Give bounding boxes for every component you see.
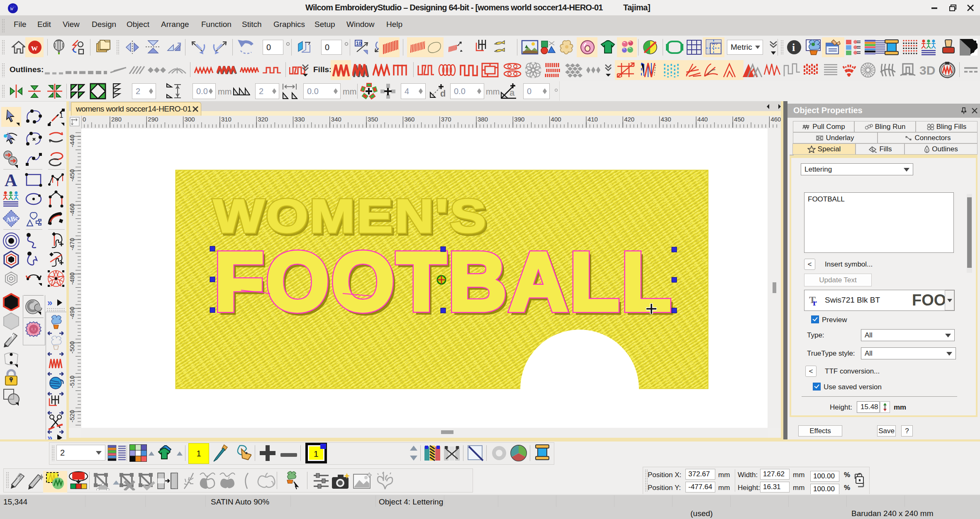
svg-text:1: 1 (59, 112, 63, 119)
svg-text:i: i (792, 41, 795, 53)
svg-text:320: 320 (258, 116, 268, 123)
svg-text:r: r (813, 297, 817, 306)
svg-text:380: 380 (478, 116, 488, 123)
svg-text:330: 330 (295, 116, 305, 123)
svg-text:3D: 3D (919, 63, 935, 77)
svg-text:A: A (5, 171, 17, 189)
svg-text:WOMEN'S: WOMEN'S (213, 189, 488, 242)
svg-text:410: 410 (588, 116, 598, 123)
svg-text:-520: -520 (69, 410, 76, 422)
svg-text:1: 1 (314, 449, 319, 458)
svg-text:420: 420 (624, 116, 634, 123)
svg-text:280: 280 (111, 116, 122, 123)
svg-text:390: 390 (514, 116, 524, 123)
svg-text:-480: -480 (69, 272, 76, 285)
svg-text:310: 310 (221, 116, 232, 123)
svg-text:-500: -500 (69, 341, 76, 354)
svg-text:-460: -460 (69, 204, 76, 216)
svg-text:450: 450 (734, 116, 744, 123)
svg-text:300: 300 (185, 116, 195, 123)
svg-text:-450: -450 (69, 169, 76, 182)
svg-text:290: 290 (148, 116, 158, 123)
svg-text:350: 350 (368, 116, 378, 123)
svg-text:400: 400 (551, 116, 561, 123)
svg-text:10: 10 (356, 41, 362, 46)
svg-text:430: 430 (661, 116, 671, 123)
svg-text:440: 440 (697, 116, 708, 123)
svg-text:a: a (510, 87, 515, 98)
svg-text:0: 0 (83, 116, 86, 123)
svg-text:-490: -490 (69, 307, 76, 319)
svg-text:ABc: ABc (5, 214, 19, 223)
svg-text:340: 340 (331, 116, 341, 123)
svg-text:d: d (440, 88, 445, 99)
svg-text:-510: -510 (69, 376, 76, 388)
svg-text:360: 360 (404, 116, 414, 123)
svg-text:370: 370 (441, 116, 451, 123)
svg-text:-440: -440 (69, 135, 76, 147)
svg-text:-470: -470 (69, 238, 76, 250)
svg-text:460: 460 (770, 116, 781, 123)
